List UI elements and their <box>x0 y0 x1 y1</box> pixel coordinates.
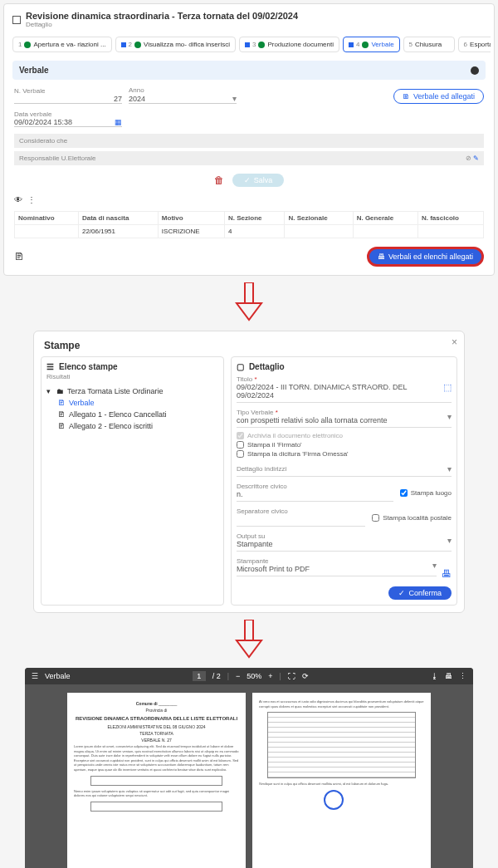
desc-civico-field[interactable]: Descrittore civico n. <box>237 480 393 502</box>
download-icon[interactable]: ⭳ <box>431 672 438 680</box>
dettaglio-indirizzi-field[interactable]: Dettaglio indirizzi ▾ <box>237 462 452 477</box>
checkbox[interactable] <box>372 514 379 522</box>
table-row[interactable]: 22/06/1951 ISCRIZIONE 4 <box>15 225 484 238</box>
page-total: 2 <box>217 672 221 680</box>
rotate-icon[interactable]: ⟳ <box>302 672 309 680</box>
tree-item-allegato1[interactable]: 🖹Allegato 1 - Elenco Cancellati <box>46 409 218 420</box>
top-panel: Revisione dinamica straordinaria - Terza… <box>3 3 495 276</box>
more-icon[interactable]: ⋮ <box>27 195 36 204</box>
check-label: Stampa la dicitura 'Firma Omessa' <box>247 450 349 458</box>
check-archivia[interactable]: Archivia il documento elettronico <box>237 431 452 440</box>
verbale-allegati-button[interactable]: 🗎 Verbale ed allegati <box>393 89 484 104</box>
clear-icon[interactable]: ⊘ <box>466 154 471 162</box>
checkbox <box>237 432 244 439</box>
zoom-out-icon[interactable]: − <box>236 672 240 680</box>
pdf-page-1[interactable]: Comune di ________ Provincia di REVISION… <box>67 693 246 868</box>
field-label: Anno <box>129 86 237 94</box>
step-verbale[interactable]: 4Verbale <box>343 37 400 52</box>
check-firma-omessa[interactable]: Stampa la dicitura 'Firma Omessa' <box>237 449 452 459</box>
th-sezionale[interactable]: N. Sezionale <box>285 212 353 225</box>
edit-icon[interactable]: ✎ <box>473 154 479 162</box>
pdf-page-2[interactable]: At vero eos et accusamus et iusto odio d… <box>252 693 431 868</box>
open-icon[interactable]: ⬚ <box>443 382 452 393</box>
verbale-header[interactable]: Verbale <box>12 61 486 80</box>
chevron-down-icon[interactable]: ▾ <box>447 412 452 421</box>
eye-icon[interactable]: 👁 <box>14 195 22 204</box>
chevron-down-icon[interactable]: ▾ <box>447 464 452 473</box>
check-stampa-luogo[interactable]: Stampa luogo <box>400 480 452 505</box>
checkbox[interactable] <box>237 441 244 449</box>
check-label: Stampa il 'Firmato' <box>247 441 302 449</box>
stampante-field[interactable]: Stampante Microsoft Print to PDF ▾ <box>237 555 437 576</box>
tree-label: Allegato 1 - Elenco Cancellati <box>69 410 167 419</box>
field-label: Stampante <box>237 557 310 565</box>
zoom-in-icon[interactable]: + <box>268 672 272 680</box>
output-field[interactable]: Output su Stampante ▾ <box>237 530 452 552</box>
svg-rect-0 <box>245 282 253 303</box>
fit-icon[interactable]: ⛶ <box>288 672 295 680</box>
th-data[interactable]: Data di nascita <box>78 212 158 225</box>
anno-field[interactable]: Anno 2024▾ <box>129 86 237 104</box>
print-icon[interactable]: 🖶 <box>445 672 452 680</box>
step-esporta[interactable]: 6Esporta documenti <box>458 37 491 52</box>
cell <box>285 225 353 238</box>
calendar-icon[interactable]: ▦ <box>115 118 122 126</box>
th-sezione[interactable]: N. Sezione <box>225 212 285 225</box>
field-label: Descrittore civico <box>237 483 393 490</box>
document-icon: 🖹 <box>58 422 66 430</box>
step-chiusura[interactable]: 5Chiusura <box>403 37 455 52</box>
more-icon[interactable]: ⋮ <box>459 672 466 680</box>
export-icon[interactable]: 🖹 <box>14 251 24 262</box>
cell <box>353 225 417 238</box>
menu-icon[interactable]: ☰ <box>32 672 38 680</box>
square-icon <box>349 42 354 47</box>
step-label: Chiusura <box>415 41 442 48</box>
doc-sub: VERBALE N. 27 <box>74 738 239 743</box>
panel-subtitle: Risultati <box>46 373 218 380</box>
cell: 22/06/1951 <box>78 225 158 238</box>
chevron-down-icon: ▾ <box>46 387 53 395</box>
conferma-button[interactable]: ✓ Conferma <box>388 586 452 600</box>
header-icon <box>12 16 21 24</box>
print-verbali-button[interactable]: 🖶 Verbali ed elenchi allegati <box>367 247 484 267</box>
delete-icon[interactable]: 🗑 <box>214 174 224 186</box>
cell: 4 <box>225 225 285 238</box>
checkbox[interactable] <box>400 489 408 497</box>
th-generale[interactable]: N. Generale <box>353 212 417 225</box>
doc-body: At vero eos et accusamus et iusto odio d… <box>259 699 424 709</box>
data-verbale-field[interactable]: Data verbale 09/02/2024 15:38▦ <box>14 110 122 127</box>
step-apertura[interactable]: 1Apertura e va- riazioni ... <box>12 37 112 52</box>
checkbox[interactable] <box>237 450 244 458</box>
save-button[interactable]: ✓ Salva <box>232 174 285 187</box>
tree-label: Verbale <box>69 399 95 407</box>
chevron-down-icon[interactable]: ▾ <box>432 561 437 570</box>
tree-item-verbale[interactable]: 🖹Verbale <box>46 397 218 409</box>
th-motivo[interactable]: Motivo <box>158 212 224 225</box>
considerato-field[interactable]: Considerato che <box>14 134 484 148</box>
printer-icon[interactable]: 🖶 <box>442 568 452 580</box>
responsabile-field[interactable]: Responsabile U.Elettorale ⊘ ✎ <box>14 151 484 165</box>
th-nominativo[interactable]: Nominativo <box>15 212 79 225</box>
tipo-verbale-field[interactable]: Tipo Verbale * con prospetti relativi so… <box>237 406 452 428</box>
button-label: Verbali ed elenchi allegati <box>388 253 473 261</box>
arrow-down-icon <box>232 620 266 661</box>
step-produzione[interactable]: 3Produzione documenti <box>239 37 339 52</box>
square-icon <box>121 42 126 47</box>
chevron-down-icon[interactable]: ▾ <box>232 94 237 103</box>
th-fascicolo[interactable]: N. fascicolo <box>417 212 483 225</box>
doc-comune: Comune di <box>136 701 158 706</box>
tree-item-allegato2[interactable]: 🖹Allegato 2 - Elenco iscritti <box>46 420 218 432</box>
document-icon: 🖹 <box>58 410 66 419</box>
tree-node[interactable]: ▾🖿Terza Tornata Liste Ordinarie <box>46 385 218 397</box>
doc-provincia: Provincia di <box>74 708 239 713</box>
check-firmato[interactable]: Stampa il 'Firmato' <box>237 440 452 449</box>
step-visualizza[interactable]: 2Visualizza mo- difica inserisci <box>115 37 236 52</box>
sep-civico-field[interactable]: Separatore civico <box>237 505 365 527</box>
page-input[interactable] <box>193 671 206 681</box>
page-subtitle: Dettaglio <box>26 21 298 28</box>
collapse-icon[interactable] <box>471 66 479 75</box>
field-value: Microsoft Print to PDF <box>237 565 310 573</box>
chevron-down-icon[interactable]: ▾ <box>447 536 452 545</box>
close-icon[interactable]: × <box>452 336 457 348</box>
check-stampa-localita[interactable]: Stampa località postale <box>372 505 452 530</box>
